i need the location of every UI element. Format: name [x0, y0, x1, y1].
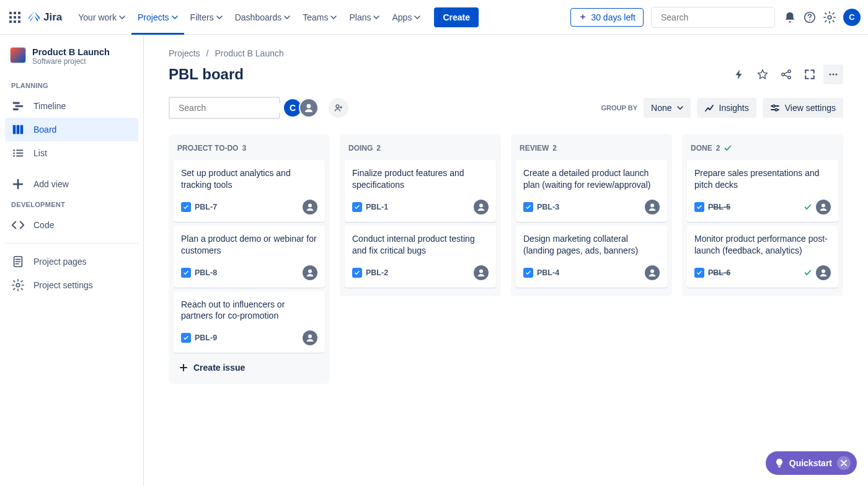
card-title: Prepare sales presentations and pitch de… — [694, 167, 831, 191]
assignee-avatar[interactable] — [474, 200, 489, 214]
task-icon — [352, 202, 362, 212]
settings-icon[interactable] — [820, 7, 839, 27]
view-settings-button[interactable]: View settings — [763, 98, 843, 118]
list-icon — [11, 146, 25, 160]
more-icon[interactable] — [823, 64, 843, 84]
issue-card[interactable]: Plan a product demo or webinar for custo… — [174, 226, 325, 288]
svg-point-23 — [13, 152, 15, 154]
sidebar-item-list[interactable]: List — [5, 141, 138, 165]
issue-card[interactable]: Prepare sales presentations and pitch de… — [687, 160, 838, 222]
group-by-label: GROUP BY — [601, 104, 637, 112]
quickstart-button[interactable]: Quickstart — [766, 451, 857, 475]
issue-key[interactable]: PBL-8 — [195, 268, 217, 277]
notifications-icon[interactable] — [780, 7, 800, 27]
task-icon — [523, 268, 533, 278]
chevron-down-icon — [119, 15, 125, 19]
svg-point-36 — [775, 108, 777, 111]
assignee-filter[interactable]: C — [286, 98, 319, 118]
chevron-down-icon — [172, 15, 178, 19]
nav-item-plans[interactable]: Plans — [343, 0, 386, 35]
automation-icon[interactable] — [729, 64, 749, 84]
sidebar-item-timeline[interactable]: Timeline — [5, 94, 138, 118]
days-left-button[interactable]: 30 days left — [570, 8, 644, 27]
issue-key[interactable]: PBL-4 — [537, 268, 559, 277]
global-search-input[interactable] — [661, 12, 769, 22]
assignee-avatar[interactable] — [303, 265, 317, 280]
svg-rect-20 — [20, 125, 24, 135]
global-search[interactable] — [651, 7, 775, 28]
logo-text: Jira — [43, 11, 62, 24]
sidebar-item-code[interactable]: Code — [5, 213, 138, 237]
nav-item-teams[interactable]: Teams — [296, 0, 343, 35]
project-header[interactable]: Product B Launch Software project — [5, 47, 138, 77]
issue-card[interactable]: Monitor product performance post-launch … — [687, 226, 838, 288]
add-people-button[interactable] — [329, 98, 348, 118]
issue-card[interactable]: Reach out to influencers or partners for… — [174, 291, 325, 353]
project-icon — [10, 47, 26, 63]
issue-key[interactable]: PBL-5 — [708, 203, 730, 211]
breadcrumb-projects[interactable]: Projects — [169, 48, 200, 58]
sidebar-item-add-view[interactable]: Add view — [5, 172, 138, 196]
nav-item-your-work[interactable]: Your work — [72, 0, 131, 35]
issue-card[interactable]: Conduct internal product testing and fix… — [345, 226, 496, 288]
issue-key[interactable]: PBL-7 — [195, 203, 217, 211]
issue-key[interactable]: PBL-6 — [708, 268, 730, 277]
create-button[interactable]: Create — [434, 7, 479, 27]
assignee-avatar[interactable] — [816, 265, 831, 280]
create-issue-button[interactable]: Create issue — [172, 356, 326, 379]
breadcrumb: Projects / Product B Launch — [169, 48, 843, 58]
svg-rect-11 — [18, 16, 20, 19]
issue-key[interactable]: PBL-3 — [537, 203, 559, 211]
assignee-avatar[interactable] — [303, 200, 317, 214]
svg-rect-13 — [14, 20, 16, 23]
board-search[interactable] — [169, 97, 280, 119]
unassigned-avatar[interactable] — [299, 98, 319, 118]
svg-rect-12 — [9, 20, 12, 23]
assignee-avatar[interactable] — [303, 330, 317, 345]
help-icon[interactable] — [800, 7, 820, 27]
assignee-avatar[interactable] — [474, 265, 489, 280]
issue-key[interactable]: PBL-9 — [195, 334, 217, 342]
column-header[interactable]: PROJECT TO-DO3 — [172, 141, 326, 160]
star-icon[interactable] — [753, 64, 773, 84]
close-icon[interactable] — [837, 456, 851, 470]
card-title: Design marketing collateral (landing pag… — [523, 233, 660, 257]
sidebar-item-project-settings[interactable]: Project settings — [5, 273, 138, 297]
content-area: Projects / Product B Launch PBL board C — [144, 35, 868, 486]
board-search-input[interactable] — [179, 103, 287, 113]
fullscreen-icon[interactable] — [800, 64, 820, 84]
svg-point-21 — [13, 149, 15, 151]
task-icon — [523, 202, 533, 212]
breadcrumb-current[interactable]: Product B Launch — [215, 48, 283, 58]
nav-item-apps[interactable]: Apps — [386, 0, 427, 35]
assignee-avatar[interactable] — [645, 265, 660, 280]
planning-section-label: PLANNING — [5, 77, 138, 94]
nav-item-dashboards[interactable]: Dashboards — [229, 0, 297, 35]
card-title: Create a detailed product launch plan (w… — [523, 167, 660, 191]
nav-item-filters[interactable]: Filters — [184, 0, 229, 35]
app-switcher-icon[interactable] — [7, 10, 22, 25]
done-check-icon — [804, 268, 812, 277]
assignee-avatar[interactable] — [816, 200, 831, 214]
issue-key[interactable]: PBL-1 — [366, 203, 388, 211]
issue-card[interactable]: Design marketing collateral (landing pag… — [516, 226, 667, 288]
issue-card[interactable]: Create a detailed product launch plan (w… — [516, 160, 667, 222]
insights-button[interactable]: Insights — [697, 98, 756, 118]
column-header[interactable]: DONE2 — [686, 141, 839, 160]
share-icon[interactable] — [776, 64, 796, 84]
column-header[interactable]: REVIEW2 — [515, 141, 668, 160]
column-header[interactable]: DOING2 — [343, 141, 497, 160]
nav-item-projects[interactable]: Projects — [131, 0, 184, 35]
issue-card[interactable]: Finalize product features and specificat… — [345, 160, 496, 222]
development-section-label: DEVELOPMENT — [5, 196, 138, 213]
sidebar-item-project-pages[interactable]: Project pages — [5, 250, 138, 273]
assignee-avatar[interactable] — [645, 200, 660, 214]
card-title: Monitor product performance post-launch … — [694, 233, 831, 257]
jira-logo[interactable]: Jira — [27, 11, 62, 24]
issue-key[interactable]: PBL-2 — [366, 268, 388, 277]
issue-card[interactable]: Set up product analytics and tracking to… — [174, 160, 325, 222]
user-avatar[interactable]: C — [843, 9, 861, 26]
sidebar-item-board[interactable]: Board — [5, 118, 138, 141]
svg-rect-37 — [778, 466, 781, 467]
group-by-dropdown[interactable]: None — [644, 98, 690, 118]
